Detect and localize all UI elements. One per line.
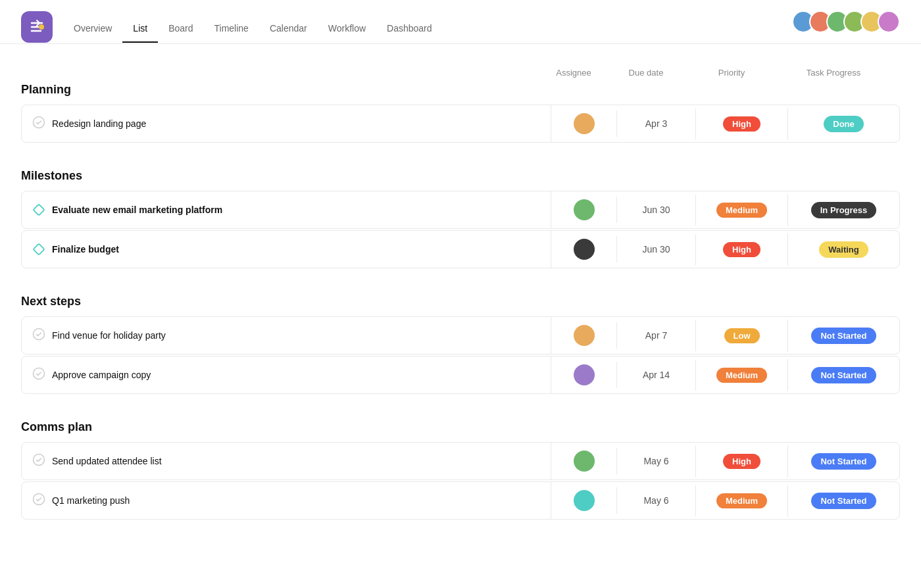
priority-badge: Low: [724, 328, 760, 343]
nav-tab-calendar[interactable]: Calendar: [259, 18, 318, 43]
progress-badge: Waiting: [819, 241, 868, 258]
task-row[interactable]: Redesign landing page Apr 3HighDone: [21, 105, 900, 143]
nav-tab-list[interactable]: List: [122, 18, 158, 43]
task-row[interactable]: Approve campaign copy Apr 14MediumNot St…: [21, 356, 900, 394]
avatar: [574, 113, 595, 134]
progress-badge: Done: [824, 116, 864, 132]
progress-badge: Not Started: [811, 493, 876, 509]
section-next-steps: Next steps Find venue for holiday party …: [21, 295, 900, 394]
app-header: OverviewListBoardTimelineCalendarWorkflo…: [0, 0, 921, 44]
header-avatars: [792, 11, 900, 43]
section-title-planning: Planning: [21, 83, 900, 97]
avatar: [574, 451, 595, 472]
section-comms-plan: Comms plan Send updated attendee list Ma…: [21, 420, 900, 520]
nav-tabs: OverviewListBoardTimelineCalendarWorkflo…: [63, 18, 782, 43]
section-milestones: Milestones Evaluate new email marketing …: [21, 169, 900, 268]
section-planning: Planning Redesign landing page Apr 3High…: [21, 83, 900, 143]
svg-point-1: [34, 116, 45, 128]
progress-cell: Not Started: [787, 320, 899, 352]
section-title-comms-plan: Comms plan: [21, 420, 900, 434]
priority-cell: High: [695, 109, 787, 139]
progress-badge: Not Started: [811, 328, 876, 344]
progress-cell: Not Started: [787, 359, 899, 391]
priority-badge: Medium: [716, 493, 767, 508]
avatar: [574, 239, 595, 260]
task-name: Send updated attendee list: [52, 456, 162, 466]
nav-tab-dashboard[interactable]: Dashboard: [376, 18, 443, 43]
priority-badge: High: [723, 242, 760, 257]
task-name: Redesign landing page: [52, 118, 146, 129]
assignee-cell: [551, 231, 616, 268]
assignee-cell: [551, 191, 616, 228]
col-due-date: Due date: [607, 68, 685, 78]
due-date-cell: Apr 14: [616, 362, 695, 388]
diamond-icon: [32, 243, 45, 256]
section-title-milestones: Milestones: [21, 169, 900, 183]
avatar: [574, 364, 595, 385]
check-icon: [32, 453, 45, 470]
app-logo: [21, 11, 53, 43]
svg-point-0: [39, 24, 44, 30]
task-name: Q1 marketing push: [52, 495, 130, 506]
svg-rect-3: [34, 244, 45, 255]
task-row[interactable]: Send updated attendee list May 6HighNot …: [21, 442, 900, 480]
svg-point-7: [34, 493, 45, 504]
progress-cell: Done: [787, 108, 899, 140]
diamond-icon: [32, 203, 45, 216]
task-name: Evaluate new email marketing platform: [52, 205, 222, 215]
task-row[interactable]: Finalize budget Jun 30HighWaiting: [21, 230, 900, 268]
assignee-cell: [551, 317, 616, 354]
nav-tab-timeline[interactable]: Timeline: [204, 18, 259, 43]
check-icon: [32, 493, 45, 509]
header-center: OverviewListBoardTimelineCalendarWorkflo…: [63, 11, 782, 43]
svg-point-5: [34, 368, 45, 379]
nav-tab-workflow[interactable]: Workflow: [318, 18, 376, 43]
priority-badge: High: [723, 116, 760, 132]
check-icon: [32, 116, 45, 132]
priority-cell: Low: [695, 320, 787, 351]
priority-cell: Medium: [695, 485, 787, 516]
priority-cell: High: [695, 234, 787, 265]
column-headers: Assignee Due date Priority Task Progress: [21, 65, 900, 83]
priority-badge: Medium: [716, 368, 767, 383]
col-priority: Priority: [685, 68, 778, 78]
due-date-cell: Jun 30: [616, 236, 695, 262]
col-assignee: Assignee: [541, 68, 607, 78]
svg-rect-2: [34, 205, 45, 216]
svg-point-4: [34, 328, 45, 339]
assignee-cell: [551, 356, 616, 393]
due-date-cell: Apr 3: [616, 110, 695, 137]
progress-badge: Not Started: [811, 367, 876, 383]
task-row[interactable]: Evaluate new email marketing platform Ju…: [21, 191, 900, 229]
progress-badge: In Progress: [811, 202, 877, 218]
due-date-cell: May 6: [616, 487, 695, 514]
col-task-progress: Task Progress: [778, 68, 889, 78]
progress-cell: Not Started: [787, 485, 899, 517]
task-name: Find venue for holiday party: [52, 330, 166, 341]
nav-tab-board[interactable]: Board: [158, 18, 203, 43]
progress-badge: Not Started: [811, 453, 876, 470]
task-row[interactable]: Find venue for holiday party Apr 7LowNot…: [21, 316, 900, 355]
task-row[interactable]: Q1 marketing push May 6MediumNot Started: [21, 481, 900, 520]
assignee-cell: [551, 105, 616, 142]
check-icon: [32, 328, 45, 344]
priority-cell: High: [695, 446, 787, 477]
priority-badge: Medium: [716, 203, 767, 218]
progress-cell: Not Started: [787, 445, 899, 478]
progress-cell: In Progress: [787, 194, 899, 226]
nav-tab-overview[interactable]: Overview: [63, 18, 122, 43]
priority-badge: High: [723, 454, 760, 469]
header-avatar-5: [878, 11, 900, 33]
task-name: Approve campaign copy: [52, 370, 151, 380]
assignee-cell: [551, 482, 616, 519]
progress-cell: Waiting: [787, 233, 899, 266]
due-date-cell: Jun 30: [616, 197, 695, 223]
due-date-cell: Apr 7: [616, 322, 695, 349]
section-title-next-steps: Next steps: [21, 295, 900, 308]
due-date-cell: May 6: [616, 448, 695, 474]
priority-cell: Medium: [695, 360, 787, 391]
avatar: [574, 325, 595, 346]
svg-point-6: [34, 454, 45, 465]
avatar: [574, 199, 595, 220]
avatar: [574, 490, 595, 511]
